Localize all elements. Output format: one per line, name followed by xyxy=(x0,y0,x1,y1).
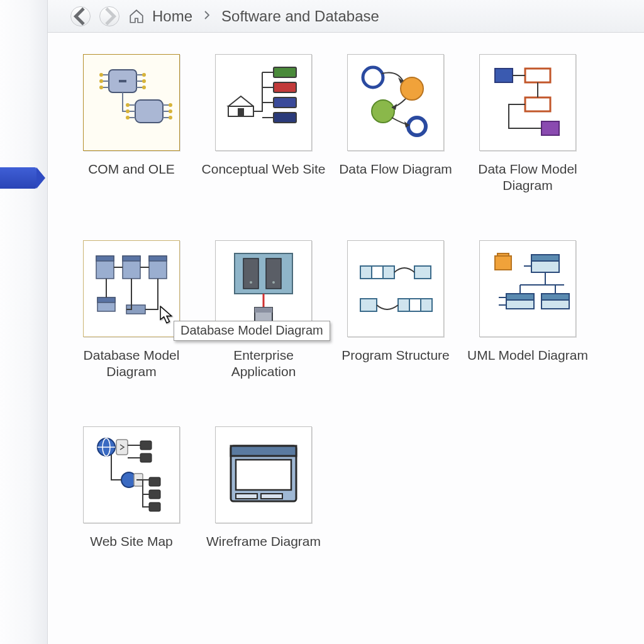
tooltip: Database Model Diagram xyxy=(174,321,330,341)
nav-forward-button[interactable] xyxy=(99,6,119,26)
svg-rect-28 xyxy=(238,109,243,116)
svg-rect-34 xyxy=(274,97,296,108)
svg-rect-85 xyxy=(541,300,569,309)
template-thumbnail xyxy=(479,240,576,337)
svg-rect-96 xyxy=(149,477,160,486)
breadcrumb-home[interactable]: Home xyxy=(128,8,192,25)
template-conceptual-web-site[interactable]: Conceptual Web Site xyxy=(197,49,330,235)
svg-rect-93 xyxy=(116,440,128,455)
template-thumbnail xyxy=(479,54,576,151)
data-flow-model-diagram-icon xyxy=(484,58,572,147)
svg-rect-68 xyxy=(255,308,272,313)
template-thumbnail xyxy=(215,426,312,523)
uml-model-diagram-icon xyxy=(484,245,572,333)
svg-rect-83 xyxy=(506,300,534,309)
program-structure-icon xyxy=(352,245,440,333)
template-thumbnail xyxy=(83,426,180,523)
svg-rect-57 xyxy=(97,297,115,303)
svg-point-15 xyxy=(99,73,103,77)
svg-rect-45 xyxy=(525,69,550,82)
template-label: Web Site Map xyxy=(86,533,177,550)
left-rail xyxy=(0,0,48,644)
nav-back-button[interactable] xyxy=(70,6,91,26)
template-label: Conceptual Web Site xyxy=(198,161,330,177)
template-label: Data Flow Diagram xyxy=(335,161,456,177)
template-program-structure[interactable]: Program Structure xyxy=(330,235,462,421)
svg-rect-55 xyxy=(149,256,167,261)
svg-rect-36 xyxy=(274,113,296,123)
template-data-flow-diagram[interactable]: Data Flow Diagram xyxy=(330,49,462,235)
svg-rect-47 xyxy=(541,121,559,135)
svg-rect-1 xyxy=(135,100,163,123)
svg-rect-84 xyxy=(541,294,569,300)
conceptual-web-site-icon xyxy=(219,58,308,147)
svg-rect-62 xyxy=(243,258,258,289)
enterprise-application-icon xyxy=(219,245,308,333)
svg-rect-78 xyxy=(531,261,559,272)
svg-point-64 xyxy=(250,281,252,284)
svg-point-39 xyxy=(372,100,394,123)
svg-rect-104 xyxy=(236,494,257,499)
svg-rect-30 xyxy=(274,67,296,77)
svg-rect-63 xyxy=(266,258,281,289)
svg-point-21 xyxy=(126,103,130,107)
svg-rect-51 xyxy=(96,256,114,261)
svg-point-22 xyxy=(126,109,130,113)
svg-rect-74 xyxy=(398,299,409,311)
wireframe-diagram-icon xyxy=(219,431,308,519)
svg-rect-97 xyxy=(149,490,160,499)
svg-point-37 xyxy=(363,67,383,87)
svg-point-19 xyxy=(142,79,146,83)
panel-expand-tab[interactable] xyxy=(0,167,36,189)
template-com-and-ole[interactable]: COM and OLE xyxy=(65,49,197,235)
svg-rect-32 xyxy=(274,82,296,92)
template-label: Wireframe Diagram xyxy=(203,533,325,550)
svg-point-17 xyxy=(99,86,103,89)
template-label: Program Structure xyxy=(338,347,453,364)
template-data-flow-model-diagram[interactable]: Data Flow Model Diagram xyxy=(462,49,594,235)
template-wireframe-diagram[interactable]: Wireframe Diagram xyxy=(197,421,330,608)
svg-point-25 xyxy=(169,109,172,113)
arrow-left-icon xyxy=(71,7,90,26)
template-web-site-map[interactable]: Web Site Map xyxy=(65,421,197,608)
data-flow-diagram-icon xyxy=(352,58,440,147)
cursor-icon xyxy=(160,306,174,325)
web-site-map-icon xyxy=(87,431,175,519)
svg-rect-70 xyxy=(372,266,383,279)
svg-rect-82 xyxy=(506,294,534,300)
svg-rect-98 xyxy=(149,502,160,511)
breadcrumb-bar: Home Software and Database xyxy=(48,0,644,33)
template-uml-model-diagram[interactable]: UML Model Diagram xyxy=(462,235,594,421)
svg-point-23 xyxy=(126,116,130,119)
svg-rect-72 xyxy=(414,266,431,279)
template-thumbnail xyxy=(347,240,444,337)
svg-point-38 xyxy=(401,77,423,100)
template-label: Enterprise Application xyxy=(197,347,330,380)
svg-rect-53 xyxy=(123,256,140,261)
template-label: COM and OLE xyxy=(84,161,179,177)
svg-rect-75 xyxy=(409,299,421,311)
svg-rect-102 xyxy=(231,446,296,456)
home-icon xyxy=(128,8,145,25)
svg-point-65 xyxy=(272,281,275,284)
template-label: UML Model Diagram xyxy=(464,347,592,364)
com-ole-icon xyxy=(87,58,175,147)
template-grid: COM and OLE xyxy=(48,33,644,624)
svg-rect-103 xyxy=(236,460,291,490)
svg-point-24 xyxy=(169,103,172,107)
arrow-right-icon xyxy=(100,7,119,26)
svg-rect-76 xyxy=(421,299,432,311)
template-thumbnail xyxy=(347,54,444,151)
chevron-right-icon xyxy=(201,9,213,23)
svg-rect-77 xyxy=(531,255,559,261)
svg-rect-71 xyxy=(383,266,394,279)
svg-point-16 xyxy=(99,79,103,83)
svg-rect-46 xyxy=(525,97,550,111)
template-thumbnail xyxy=(215,54,312,151)
svg-rect-44 xyxy=(495,69,513,82)
main-panel: Home Software and Database xyxy=(48,0,644,644)
svg-rect-73 xyxy=(360,299,377,311)
template-label: Data Flow Model Diagram xyxy=(462,161,594,194)
breadcrumb-current[interactable]: Software and Database xyxy=(221,8,379,25)
svg-rect-94 xyxy=(140,441,152,450)
